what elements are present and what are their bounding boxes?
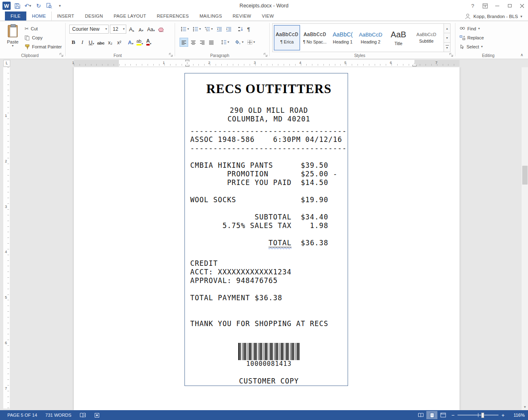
paragraph-dialog-launcher[interactable] — [263, 52, 268, 57]
read-mode-button[interactable] — [415, 411, 426, 419]
collapse-ribbon-button[interactable]: ∧ — [518, 52, 526, 57]
zoom-percentage[interactable]: 116% — [508, 413, 525, 418]
select-button[interactable]: Select ▾ — [460, 43, 483, 51]
minimize-button[interactable] — [491, 0, 503, 11]
paste-dropdown-icon[interactable]: ▾ — [12, 44, 14, 48]
highlight-color-button[interactable]: ab▾ — [136, 38, 144, 47]
ribbon-tab[interactable]: REFERENCES — [151, 11, 194, 21]
paste-button[interactable]: Paste ▾ — [3, 24, 22, 55]
line-spacing-button[interactable]: ▾ — [220, 38, 230, 47]
ribbon-tab[interactable]: HOME — [26, 11, 52, 21]
account-area[interactable]: Kopp, Brandon - BLS ▾ — [464, 11, 522, 21]
print-layout-button[interactable] — [426, 411, 437, 419]
macro-record-button[interactable] — [91, 410, 103, 420]
style-card[interactable]: AaBbC( Heading 1 — [330, 25, 356, 50]
underline-button[interactable]: U▾ — [87, 38, 96, 47]
ribbon-tab[interactable]: DESIGN — [80, 11, 108, 21]
align-left-button[interactable] — [180, 38, 188, 47]
proofing-status-button[interactable] — [76, 410, 89, 420]
find-button[interactable]: Find ▾ — [460, 25, 480, 33]
shading-button[interactable]: ▾ — [234, 38, 245, 47]
styles-dialog-launcher[interactable] — [449, 52, 454, 57]
font-family-combo[interactable]: Courier New ▾ — [69, 25, 109, 34]
styles-scroll-down-button[interactable]: ▾ — [444, 33, 451, 43]
format-painter-icon — [25, 44, 30, 50]
italic-button[interactable]: I — [78, 38, 86, 47]
up-icon: ▴ — [446, 27, 448, 30]
sort-button[interactable] — [237, 25, 245, 34]
proofing-book-icon — [80, 413, 86, 418]
font-color-button[interactable]: A▾ — [145, 38, 153, 47]
restore-button[interactable] — [503, 0, 516, 11]
increase-indent-button[interactable] — [225, 25, 233, 34]
chevron-down-icon: ▾ — [481, 45, 483, 48]
ribbon-tab[interactable]: REVIEW — [228, 11, 257, 21]
zoom-out-button[interactable]: − — [448, 411, 457, 419]
ruler-number: 4 — [5, 250, 7, 254]
vertical-scrollbar[interactable]: ▲ ▼ — [521, 60, 528, 410]
tab-file[interactable]: FILE — [5, 11, 26, 21]
zoom-in-button[interactable]: + — [498, 411, 508, 419]
web-layout-button[interactable] — [437, 411, 448, 419]
clear-formatting-button[interactable] — [157, 25, 165, 34]
align-center-button[interactable] — [189, 38, 197, 47]
style-card[interactable]: AaBbCcD Heading 2 — [357, 25, 384, 50]
numbering-button[interactable]: ▾ — [191, 25, 202, 34]
status-bar: PAGE 5 OF 14 731 WORDS − + 116% — [0, 410, 528, 420]
zoom-slider-thumb[interactable] — [481, 413, 484, 418]
superscript-button[interactable]: x² — [115, 38, 123, 47]
receipt-line: TOTAL PAYMENT $36.38 — [190, 294, 348, 302]
close-button[interactable] — [516, 0, 528, 11]
multilevel-list-button[interactable]: ▾ — [203, 25, 214, 34]
styles-group-label: Styles — [270, 53, 450, 58]
text-effects-button[interactable]: A▾ — [127, 38, 135, 47]
format-painter-button[interactable]: Format Painter — [25, 43, 62, 51]
document-page[interactable]: RECS OUTFITTERS 290 OLD MILL ROADCOLUMBI… — [74, 67, 460, 410]
style-card[interactable]: AaBbCcD ¶ Erica — [274, 25, 300, 50]
style-sample: AaBbCcD — [276, 32, 298, 38]
bullets-button[interactable]: ▾ — [180, 25, 190, 34]
copy-button[interactable]: Copy — [25, 34, 43, 42]
ribbon-display-options-button[interactable] — [479, 0, 491, 11]
shrink-font-button[interactable]: A▾ — [137, 25, 145, 34]
borders-button[interactable]: ▾ — [246, 38, 256, 47]
scroll-down-button[interactable]: ▼ — [521, 404, 528, 410]
change-case-button[interactable]: Aa▾ — [146, 25, 156, 34]
bold-button[interactable]: B — [69, 38, 77, 47]
receipt-total-line: TOTAL $36.38 — [190, 239, 348, 247]
style-card[interactable]: AaB Title — [385, 25, 412, 50]
subscript-button[interactable]: x₂ — [106, 38, 114, 47]
style-card[interactable]: AaBbCcD Subtitle — [413, 25, 439, 50]
grow-font-button[interactable]: A▴ — [127, 25, 136, 34]
ribbon-tab[interactable]: MAILINGS — [194, 11, 228, 21]
align-right-button[interactable] — [198, 38, 206, 47]
strikethrough-button[interactable]: abc — [96, 38, 105, 47]
vertical-ruler[interactable]: 1234567 — [3, 67, 10, 409]
page-number-status[interactable]: PAGE 5 OF 14 — [4, 410, 41, 420]
help-button[interactable]: ? — [467, 0, 479, 11]
clipboard-dialog-launcher[interactable] — [59, 52, 64, 57]
horizontal-ruler[interactable] — [74, 60, 460, 66]
bullets-icon — [181, 27, 187, 32]
cut-button[interactable]: ✂ Cut — [25, 25, 38, 33]
ribbon-tab[interactable]: INSERT — [52, 11, 80, 21]
replace-button[interactable]: Replace — [460, 34, 484, 42]
chevron-down-icon: ▾ — [93, 42, 94, 46]
scrollbar-thumb[interactable] — [522, 166, 528, 185]
word-count-status[interactable]: 731 WORDS — [42, 410, 75, 420]
styles-more-button[interactable]: ▾ — [444, 43, 451, 52]
zoom-slider[interactable] — [457, 411, 498, 419]
font-size-combo[interactable]: 12 ▾ — [110, 25, 126, 34]
styles-scroll-up-button[interactable]: ▴ — [444, 23, 451, 33]
eraser-icon — [158, 27, 164, 32]
tab-selector-button[interactable]: L — [3, 60, 10, 66]
show-formatting-marks-button[interactable]: ¶ — [246, 25, 251, 34]
justify-button[interactable] — [207, 38, 215, 47]
window-title: Receipts.docx - Word — [0, 0, 528, 11]
sort-icon — [238, 27, 244, 32]
ribbon-tab[interactable]: PAGE LAYOUT — [108, 11, 151, 21]
font-dialog-launcher[interactable] — [168, 52, 173, 57]
ribbon-tab[interactable]: VIEW — [257, 11, 279, 21]
decrease-indent-button[interactable] — [215, 25, 223, 34]
style-card[interactable]: AaBbCcD ¶ No Spac... — [302, 25, 328, 50]
